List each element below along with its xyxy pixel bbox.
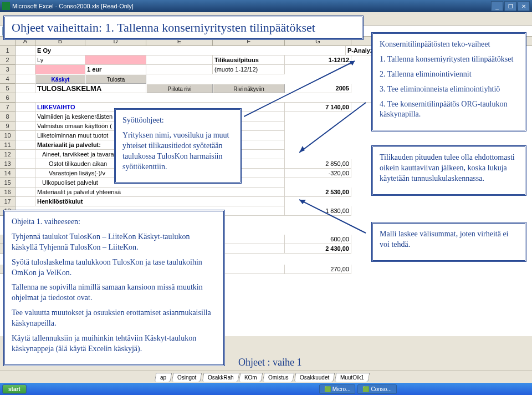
start-button[interactable]: start (2, 384, 27, 394)
annotation-input: Syöttöohjeet: Yrityksen nimi, vuosiluku … (114, 108, 242, 184)
svg-line-2 (299, 103, 366, 153)
tab[interactable]: Osingot (172, 373, 202, 382)
tab[interactable]: KOm (239, 373, 263, 382)
annotation-steps: Konsernitilinpäätösten teko-vaiheet 1. T… (371, 32, 526, 131)
tab[interactable]: MuutOik1 (335, 373, 370, 382)
piilota-button[interactable]: Piilota rivi (146, 84, 213, 93)
tab[interactable]: OsakkRah (202, 373, 239, 382)
footer-label: Ohjeet : vaihe 1 (238, 357, 301, 368)
window-title: Microsoft Excel - Conso2000.xls [Read-On… (12, 3, 491, 9)
maximize-button[interactable]: ❐ (504, 1, 516, 11)
task-button[interactable]: 🟩 Micro... (319, 384, 356, 394)
excel-icon (2, 2, 10, 10)
kaskyt-button[interactable]: Käskyt (35, 74, 85, 84)
tab[interactable]: ap (155, 373, 172, 382)
svg-line-4 (299, 200, 366, 233)
row-hdr[interactable]: 1 (0, 46, 16, 55)
annotation-phase1: Ohjeita 1. vaiheeseen: Tyhjennä taulukot… (3, 210, 225, 366)
annotation-title: Ohjeet vaiheittain: 1. Tallenna konserni… (3, 16, 364, 40)
taskbar: start 🟩 Micro... 🟩 Conso... (0, 383, 532, 395)
task-button[interactable]: 🟩 Conso... (357, 384, 396, 394)
svg-marker-3 (299, 146, 305, 153)
cell[interactable]: E Oy (35, 46, 346, 55)
annotation-period: Tilikauden pituuden tulee olla ehdottoma… (371, 145, 526, 196)
close-button[interactable]: ✕ (518, 1, 530, 11)
window-titlebar: Microsoft Excel - Conso2000.xls [Read-On… (0, 0, 532, 12)
sheet-tabs: ap Osingot OsakkRah KOm Omistus Osakkuud… (0, 371, 532, 383)
tab[interactable]: Omistus (263, 373, 294, 382)
tulosta-button[interactable]: Tulosta (85, 74, 146, 84)
annotation-sum: Malli laskee välisummat, joten virheitä … (371, 222, 526, 262)
tab[interactable]: Osakkuudet (294, 373, 335, 382)
minimize-button[interactable]: _ (491, 1, 503, 11)
